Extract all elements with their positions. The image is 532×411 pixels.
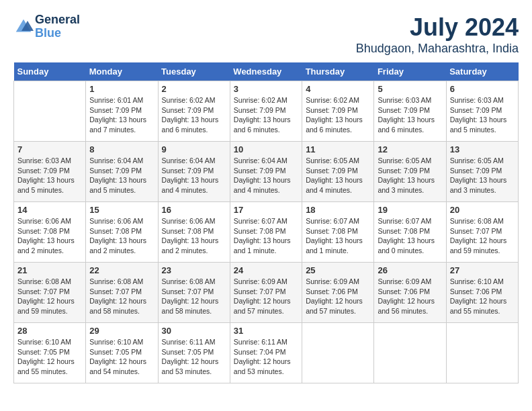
page-header: General Blue July 2024 Bhudgaon, Maharas… [13, 13, 519, 56]
logo-line1: General [35, 13, 80, 27]
day-info: Sunrise: 6:05 AMSunset: 7:09 PMDaylight:… [306, 156, 370, 195]
calendar-cell: 30Sunrise: 6:11 AMSunset: 7:05 PMDayligh… [158, 323, 230, 383]
calendar-week-row: 1Sunrise: 6:01 AMSunset: 7:09 PMDaylight… [14, 81, 519, 142]
day-number: 5 [378, 84, 442, 94]
calendar-cell: 14Sunrise: 6:06 AMSunset: 7:08 PMDayligh… [14, 202, 86, 263]
day-info: Sunrise: 6:11 AMSunset: 7:04 PMDaylight:… [234, 337, 298, 377]
title-block: July 2024 Bhudgaon, Maharashtra, India [356, 13, 519, 56]
day-number: 23 [162, 265, 226, 275]
calendar-cell: 3Sunrise: 6:02 AMSunset: 7:09 PMDaylight… [230, 81, 302, 142]
calendar-cell: 1Sunrise: 6:01 AMSunset: 7:09 PMDaylight… [86, 81, 158, 142]
calendar-week-row: 28Sunrise: 6:10 AMSunset: 7:05 PMDayligh… [14, 323, 519, 383]
calendar-cell: 31Sunrise: 6:11 AMSunset: 7:04 PMDayligh… [230, 323, 302, 383]
day-number: 28 [17, 326, 82, 336]
calendar-week-row: 21Sunrise: 6:08 AMSunset: 7:07 PMDayligh… [14, 263, 519, 323]
calendar-header-tuesday: Tuesday [158, 62, 230, 81]
day-number: 10 [234, 144, 298, 154]
subtitle: Bhudgaon, Maharashtra, India [356, 42, 519, 56]
calendar-cell: 27Sunrise: 6:10 AMSunset: 7:06 PMDayligh… [446, 263, 518, 323]
day-number: 7 [17, 144, 82, 154]
day-info: Sunrise: 6:03 AMSunset: 7:09 PMDaylight:… [378, 95, 442, 135]
calendar-cell: 11Sunrise: 6:05 AMSunset: 7:09 PMDayligh… [302, 142, 374, 202]
calendar-header-saturday: Saturday [446, 62, 518, 81]
calendar-cell: 26Sunrise: 6:09 AMSunset: 7:06 PMDayligh… [374, 263, 446, 323]
calendar-table: SundayMondayTuesdayWednesdayThursdayFrid… [13, 62, 519, 383]
calendar-cell: 8Sunrise: 6:04 AMSunset: 7:09 PMDaylight… [86, 142, 158, 202]
day-info: Sunrise: 6:05 AMSunset: 7:09 PMDaylight:… [450, 156, 515, 195]
calendar-cell: 19Sunrise: 6:07 AMSunset: 7:08 PMDayligh… [374, 202, 446, 263]
calendar-cell: 15Sunrise: 6:06 AMSunset: 7:08 PMDayligh… [86, 202, 158, 263]
day-info: Sunrise: 6:08 AMSunset: 7:07 PMDaylight:… [450, 216, 515, 256]
calendar-cell: 16Sunrise: 6:06 AMSunset: 7:08 PMDayligh… [158, 202, 230, 263]
day-info: Sunrise: 6:03 AMSunset: 7:09 PMDaylight:… [450, 95, 515, 135]
calendar-cell: 28Sunrise: 6:10 AMSunset: 7:05 PMDayligh… [14, 323, 86, 383]
calendar-header-monday: Monday [86, 62, 158, 81]
day-info: Sunrise: 6:06 AMSunset: 7:08 PMDaylight:… [162, 216, 226, 256]
day-info: Sunrise: 6:08 AMSunset: 7:07 PMDaylight:… [17, 277, 82, 316]
day-number: 26 [378, 265, 442, 275]
day-info: Sunrise: 6:02 AMSunset: 7:09 PMDaylight:… [162, 95, 226, 135]
calendar-header-wednesday: Wednesday [230, 62, 302, 81]
day-number: 31 [234, 326, 298, 336]
calendar-cell: 9Sunrise: 6:04 AMSunset: 7:09 PMDaylight… [158, 142, 230, 202]
day-number: 25 [306, 265, 370, 275]
calendar-week-row: 14Sunrise: 6:06 AMSunset: 7:08 PMDayligh… [14, 202, 519, 263]
calendar-cell: 10Sunrise: 6:04 AMSunset: 7:09 PMDayligh… [230, 142, 302, 202]
day-info: Sunrise: 6:02 AMSunset: 7:09 PMDaylight:… [234, 95, 298, 135]
day-info: Sunrise: 6:06 AMSunset: 7:08 PMDaylight:… [89, 216, 154, 256]
day-number: 20 [450, 205, 515, 215]
day-number: 6 [450, 84, 515, 94]
day-number: 27 [450, 265, 515, 275]
day-info: Sunrise: 6:07 AMSunset: 7:08 PMDaylight:… [306, 216, 370, 256]
day-info: Sunrise: 6:05 AMSunset: 7:09 PMDaylight:… [378, 156, 442, 195]
day-number: 1 [89, 84, 154, 94]
day-number: 13 [450, 144, 515, 154]
day-info: Sunrise: 6:01 AMSunset: 7:09 PMDaylight:… [89, 95, 154, 135]
calendar-cell: 5Sunrise: 6:03 AMSunset: 7:09 PMDaylight… [374, 81, 446, 142]
calendar-cell [446, 323, 518, 383]
calendar-week-row: 7Sunrise: 6:03 AMSunset: 7:09 PMDaylight… [14, 142, 519, 202]
day-info: Sunrise: 6:11 AMSunset: 7:05 PMDaylight:… [162, 337, 226, 377]
calendar-cell: 24Sunrise: 6:09 AMSunset: 7:07 PMDayligh… [230, 263, 302, 323]
calendar-cell: 23Sunrise: 6:08 AMSunset: 7:07 PMDayligh… [158, 263, 230, 323]
calendar-header-row: SundayMondayTuesdayWednesdayThursdayFrid… [14, 62, 519, 81]
logo: General Blue [13, 13, 80, 40]
day-info: Sunrise: 6:04 AMSunset: 7:09 PMDaylight:… [162, 156, 226, 195]
day-number: 30 [162, 326, 226, 336]
day-number: 11 [306, 144, 370, 154]
calendar-header-sunday: Sunday [14, 62, 86, 81]
day-number: 12 [378, 144, 442, 154]
day-number: 18 [306, 205, 370, 215]
day-info: Sunrise: 6:07 AMSunset: 7:08 PMDaylight:… [378, 216, 442, 256]
day-info: Sunrise: 6:04 AMSunset: 7:09 PMDaylight:… [89, 156, 154, 195]
day-info: Sunrise: 6:10 AMSunset: 7:05 PMDaylight:… [89, 337, 154, 377]
calendar-cell: 4Sunrise: 6:02 AMSunset: 7:09 PMDaylight… [302, 81, 374, 142]
day-info: Sunrise: 6:10 AMSunset: 7:06 PMDaylight:… [450, 277, 515, 316]
day-number: 4 [306, 84, 370, 94]
day-number: 24 [234, 265, 298, 275]
calendar-cell [14, 81, 86, 142]
day-info: Sunrise: 6:04 AMSunset: 7:09 PMDaylight:… [234, 156, 298, 195]
day-number: 9 [162, 144, 226, 154]
calendar-cell: 25Sunrise: 6:09 AMSunset: 7:06 PMDayligh… [302, 263, 374, 323]
calendar-cell: 2Sunrise: 6:02 AMSunset: 7:09 PMDaylight… [158, 81, 230, 142]
day-number: 15 [89, 205, 154, 215]
day-info: Sunrise: 6:10 AMSunset: 7:05 PMDaylight:… [17, 337, 82, 377]
day-number: 22 [89, 265, 154, 275]
day-number: 8 [89, 144, 154, 154]
day-info: Sunrise: 6:06 AMSunset: 7:08 PMDaylight:… [17, 216, 82, 256]
day-info: Sunrise: 6:07 AMSunset: 7:08 PMDaylight:… [234, 216, 298, 256]
day-number: 16 [162, 205, 226, 215]
day-number: 19 [378, 205, 442, 215]
logo-line2: Blue [35, 27, 80, 40]
day-number: 17 [234, 205, 298, 215]
logo-icon [13, 17, 34, 37]
day-info: Sunrise: 6:09 AMSunset: 7:06 PMDaylight:… [378, 277, 442, 316]
calendar-cell: 17Sunrise: 6:07 AMSunset: 7:08 PMDayligh… [230, 202, 302, 263]
calendar-cell [374, 323, 446, 383]
calendar-cell: 22Sunrise: 6:08 AMSunset: 7:07 PMDayligh… [86, 263, 158, 323]
calendar-cell: 21Sunrise: 6:08 AMSunset: 7:07 PMDayligh… [14, 263, 86, 323]
day-info: Sunrise: 6:09 AMSunset: 7:07 PMDaylight:… [234, 277, 298, 316]
calendar-cell: 29Sunrise: 6:10 AMSunset: 7:05 PMDayligh… [86, 323, 158, 383]
day-number: 3 [234, 84, 298, 94]
